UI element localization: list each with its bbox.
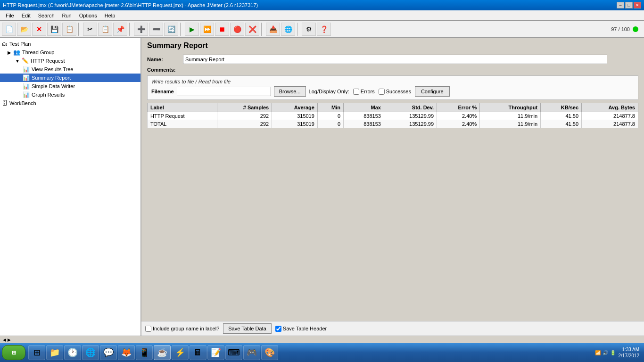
include-group-text: Include group name in label?: [153, 326, 219, 331]
right-bottom-bar: Include group name in label? Save Table …: [141, 321, 644, 336]
thread-group-icon: 👥: [13, 49, 20, 56]
name-input[interactable]: [183, 55, 607, 64]
tree-item-graph-results[interactable]: 📊 Graph Results: [0, 90, 140, 99]
save-table-header-checkbox[interactable]: [275, 326, 281, 332]
tree-item-thread-group[interactable]: ▶ 👥 Thread Group: [0, 48, 140, 57]
toolbar-separator-1: [78, 23, 81, 36]
toolbar-paste[interactable]: 📌: [113, 23, 127, 36]
left-panel: 🗂 Test Plan ▶ 👥 Thread Group ▼ ✏️ HTTP R…: [0, 38, 141, 336]
toolbar-get-samples[interactable]: 📥: [266, 23, 280, 36]
table-cell-0-1: 292: [217, 112, 272, 120]
table-cell-0-8: 41.50: [541, 112, 582, 120]
simple-data-writer-icon: 📊: [23, 83, 30, 90]
name-label: Name:: [147, 57, 180, 62]
table-body: HTTP Request2923150190838153135129.992.4…: [148, 112, 638, 128]
comments-label: Comments:: [147, 67, 180, 73]
main-layout: 🗂 Test Plan ▶ 👥 Thread Group ▼ ✏️ HTTP R…: [0, 38, 644, 336]
table-cell-1-9: 214877.8: [582, 120, 638, 128]
table-row: HTTP Request2923150190838153135129.992.4…: [148, 112, 638, 120]
toolbar-open[interactable]: 📂: [17, 23, 31, 36]
col-header-min: Min: [317, 103, 343, 112]
tree-label-test-plan: Test Plan: [9, 41, 31, 47]
comments-row: Comments:: [147, 67, 638, 73]
close-button[interactable]: ✕: [634, 2, 641, 8]
toolbar-new[interactable]: 📄: [2, 23, 16, 36]
toolbar: 📄 📂 ✕ 💾 📋 ✂ 📋 📌 ➕ ➖ 🔄 ▶ ⏩ ⏹ 🔴 ❌ 📥 🌐 ⚙ ❓ …: [0, 21, 644, 38]
menu-options[interactable]: Options: [75, 12, 101, 19]
titlebar-controls: – □ ✕: [617, 2, 641, 8]
tree-label-view-results-tree: View Results Tree: [32, 66, 73, 72]
tree-item-view-results-tree[interactable]: 📊 View Results Tree: [0, 65, 140, 74]
save-table-header-text: Save Table Header: [283, 326, 327, 331]
log-display-section: Log/Display Only: Errors Successes Confi…: [309, 86, 634, 97]
scroll-indicator: ◀ ▶: [0, 336, 644, 343]
menu-help[interactable]: Help: [101, 12, 119, 19]
toolbar-add[interactable]: ➕: [134, 23, 148, 36]
col-header-average: Average: [272, 103, 318, 112]
tree-label-workbench: WorkBench: [9, 100, 36, 106]
test-plan-icon: 🗂: [2, 41, 8, 47]
col-header-error: Error %: [437, 103, 480, 112]
col-header-kbsec: KB/sec: [541, 103, 582, 112]
toolbar-help[interactable]: ❓: [317, 23, 331, 36]
panel-title: Summary Report: [147, 41, 638, 50]
table-cell-0-3: 0: [317, 112, 343, 120]
table-cell-1-5: 135129.99: [384, 120, 437, 128]
col-header-throughput: Throughput: [480, 103, 541, 112]
toolbar-clear[interactable]: ❌: [245, 23, 259, 36]
include-group-label[interactable]: Include group name in label?: [145, 326, 219, 332]
errors-checkbox-label[interactable]: Errors: [353, 89, 375, 95]
file-row: Filename Browse... Log/Display Only: Err…: [151, 86, 634, 97]
save-table-data-button[interactable]: Save Table Data: [223, 323, 272, 334]
http-request-icon: ✏️: [22, 58, 29, 64]
graph-results-icon: 📊: [23, 91, 30, 98]
file-section-title: Write results to file / Read from file: [151, 79, 634, 84]
toolbar-cut[interactable]: ✂: [83, 23, 97, 36]
log-display-label: Log/Display Only:: [309, 89, 349, 94]
toolbar-refresh[interactable]: 🔄: [164, 23, 178, 36]
toolbar-shutdown[interactable]: 🔴: [230, 23, 244, 36]
toolbar-separator-3: [180, 23, 183, 36]
menu-search[interactable]: Search: [34, 12, 58, 19]
table-cell-0-9: 214877.8: [582, 112, 638, 120]
minimize-button[interactable]: –: [617, 2, 624, 8]
tree-item-simple-data-writer[interactable]: 📊 Simple Data Writer: [0, 82, 140, 90]
tree-item-http-request[interactable]: ▼ ✏️ HTTP Request: [0, 57, 140, 65]
filename-label: Filename: [151, 89, 174, 94]
toolbar-saveas[interactable]: 📋: [62, 23, 76, 36]
configure-button[interactable]: Configure: [415, 86, 450, 97]
titlebar-title: HTTP Request.jmx (C:\work\JMeter\apache-…: [3, 2, 258, 8]
tree-item-test-plan[interactable]: 🗂 Test Plan: [0, 40, 140, 48]
col-header-samples: # Samples: [217, 103, 272, 112]
browse-button[interactable]: Browse...: [274, 86, 306, 97]
successes-checkbox[interactable]: [379, 89, 385, 95]
toolbar-run-remote[interactable]: 🌐: [281, 23, 295, 36]
save-table-header-label[interactable]: Save Table Header: [275, 326, 327, 332]
menu-file[interactable]: File: [2, 12, 18, 19]
menu-run[interactable]: Run: [58, 12, 75, 19]
successes-checkbox-label[interactable]: Successes: [379, 89, 411, 95]
toolbar-copy[interactable]: 📋: [98, 23, 112, 36]
tree-label-http-request: HTTP Request: [31, 58, 65, 64]
table-cell-0-4: 838153: [344, 112, 384, 120]
toolbar-close[interactable]: ✕: [32, 23, 46, 36]
toolbar-save[interactable]: 💾: [47, 23, 61, 36]
include-group-checkbox[interactable]: [145, 326, 151, 332]
tree-item-summary-report[interactable]: 📊 Summary Report: [0, 74, 140, 82]
table-cell-1-2: 315019: [272, 120, 318, 128]
right-scroll-area: Summary Report Name: Comments: Write res…: [141, 38, 644, 321]
toolbar-function-helper[interactable]: ⚙: [302, 23, 316, 36]
errors-checkbox[interactable]: [353, 89, 359, 95]
toolbar-start[interactable]: ▶: [185, 23, 199, 36]
tree-item-workbench[interactable]: 🗄 WorkBench: [0, 99, 140, 107]
menu-edit[interactable]: Edit: [18, 12, 34, 19]
successes-label: Successes: [386, 89, 411, 94]
maximize-button[interactable]: □: [625, 2, 633, 8]
toolbar-remove[interactable]: ➖: [149, 23, 163, 36]
col-header-avgbytes: Avg. Bytes: [582, 103, 638, 112]
col-header-label: Label: [148, 103, 217, 112]
filename-input[interactable]: [177, 87, 271, 96]
toolbar-stop[interactable]: ⏹: [215, 23, 229, 36]
toolbar-start-no-pause[interactable]: ⏩: [200, 23, 214, 36]
titlebar: HTTP Request.jmx (C:\work\JMeter\apache-…: [0, 0, 644, 10]
